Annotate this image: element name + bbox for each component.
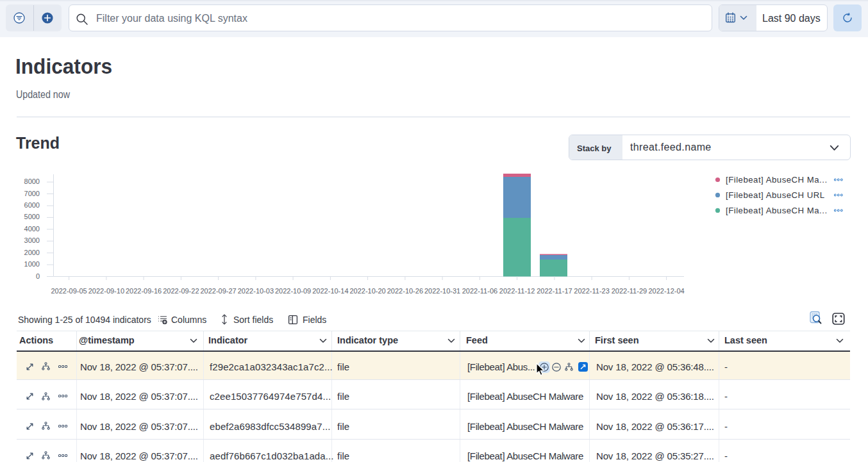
svg-text:2022-11-29: 2022-11-29 <box>612 287 647 295</box>
svg-text:2022-10-03: 2022-10-03 <box>238 287 274 295</box>
svg-text:[Filebeat] AbuseCH Ma...: [Filebeat] AbuseCH Ma... <box>726 206 828 215</box>
svg-text:2022-09-10: 2022-09-10 <box>88 287 124 295</box>
svg-text:2022-10-31: 2022-10-31 <box>424 287 460 295</box>
svg-text:2022-09-05: 2022-09-05 <box>51 287 87 295</box>
svg-text:2022-10-26: 2022-10-26 <box>387 287 423 295</box>
svg-text:2022-10-09: 2022-10-09 <box>275 287 311 295</box>
svg-text:2022-09-22: 2022-09-22 <box>163 287 199 295</box>
svg-text:2000: 2000 <box>24 249 40 256</box>
svg-text:[Filebeat] AbuseCH URL: [Filebeat] AbuseCH URL <box>726 190 825 200</box>
svg-text:4000: 4000 <box>24 225 40 233</box>
svg-text:2022-11-06: 2022-11-06 <box>462 287 497 295</box>
svg-text:7000: 7000 <box>24 190 40 197</box>
svg-text:2022-11-12: 2022-11-12 <box>499 287 535 295</box>
svg-text:3000: 3000 <box>24 236 40 244</box>
svg-text:2022-09-16: 2022-09-16 <box>126 287 162 295</box>
svg-text:5000: 5000 <box>24 213 40 220</box>
svg-text:0: 0 <box>36 272 40 280</box>
svg-text:2022-10-14: 2022-10-14 <box>312 287 348 295</box>
svg-text:[Filebeat] AbuseCH Ma...: [Filebeat] AbuseCH Ma... <box>726 175 828 185</box>
svg-text:2022-12-04: 2022-12-04 <box>648 287 684 295</box>
svg-text:2022-10-20: 2022-10-20 <box>349 287 385 295</box>
svg-text:6000: 6000 <box>24 201 40 209</box>
svg-text:2022-11-17: 2022-11-17 <box>537 287 572 295</box>
svg-text:8000: 8000 <box>24 177 40 185</box>
svg-text:2022-09-27: 2022-09-27 <box>200 287 236 295</box>
svg-text:2022-11-23: 2022-11-23 <box>574 287 609 295</box>
svg-text:1000: 1000 <box>24 260 40 268</box>
